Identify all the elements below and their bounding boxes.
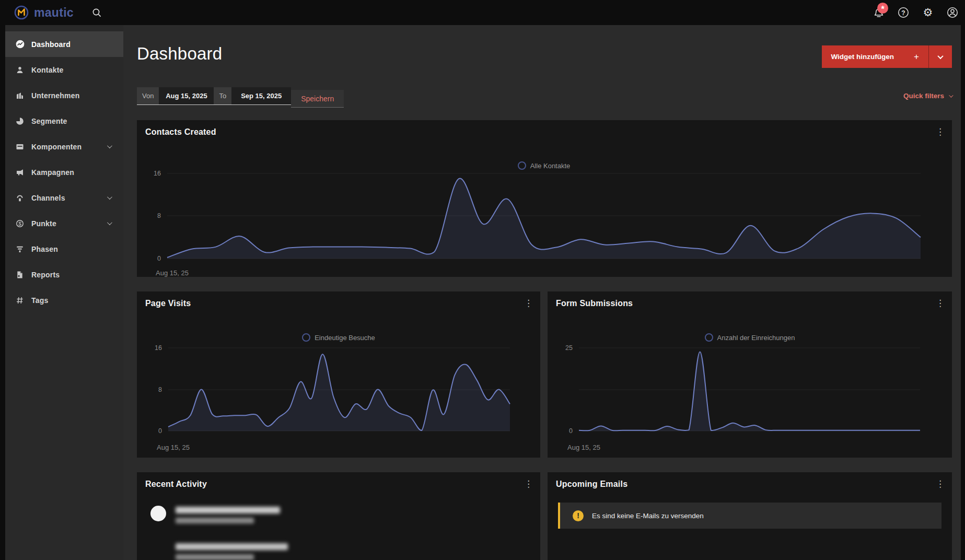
sidebar-item-reports[interactable]: Reports <box>5 262 123 287</box>
card-title: Contacts Created <box>145 127 216 137</box>
page-title: Dashboard <box>137 44 222 64</box>
right-edge-scroll-track[interactable] <box>961 25 965 560</box>
legend-label: Alle Kontakte <box>530 162 571 170</box>
chevron-down-icon <box>937 53 943 59</box>
chevron-down-icon <box>107 194 112 200</box>
points-icon <box>16 219 25 228</box>
sidebar-item-tags[interactable]: Tags <box>5 287 123 313</box>
chart-legend[interactable]: Anzahl der Einreichungen <box>579 333 921 342</box>
card-title: Page Visits <box>145 299 191 308</box>
top-bar: mautic * ? ⚙ <box>0 0 965 25</box>
sidebar-item-label: Segmente <box>31 117 67 125</box>
components-icon <box>16 142 25 151</box>
sidebar-item-segmente[interactable]: Segmente <box>5 108 123 134</box>
brand-text: mautic <box>34 6 74 20</box>
mautic-logo-icon <box>14 5 29 20</box>
notifications-bell-icon[interactable]: * <box>873 6 885 19</box>
chevron-down-icon <box>949 93 953 97</box>
card-title: Upcoming Emails <box>556 480 627 489</box>
quick-filters-button[interactable]: Quick filters <box>903 92 952 100</box>
account-avatar-icon[interactable] <box>946 6 959 19</box>
chevron-down-icon <box>107 143 112 148</box>
date-range-control: Von To <box>137 87 291 105</box>
sidebar-item-label: Channels <box>31 194 65 202</box>
sidebar-item-label: Punkte <box>31 219 56 228</box>
sidebar-item-label: Unternehmen <box>31 91 79 100</box>
x-axis-label: Aug 15, 25 <box>156 269 189 277</box>
sidebar-item-punkte[interactable]: Punkte <box>5 211 123 236</box>
sidebar-item-label: Phasen <box>31 245 58 253</box>
sidebar-item-label: Reports <box>31 271 60 279</box>
reports-icon <box>16 270 25 279</box>
chart-legend[interactable]: Eindeutige Besuche <box>168 333 509 342</box>
contacts-created-card: Contacts Created ⋮ Alle Kontakte 1680Aug… <box>137 120 952 277</box>
card-title: Recent Activity <box>145 480 207 489</box>
chevron-down-icon <box>107 220 112 225</box>
companies-icon <box>16 91 25 100</box>
help-icon[interactable]: ? <box>897 6 910 19</box>
svg-text:8: 8 <box>158 386 162 393</box>
alert-message: Es sind keine E-Mails zu versenden <box>592 512 704 520</box>
add-widget-button[interactable]: Widget hinzufügen + <box>822 45 952 68</box>
legend-marker-icon <box>518 161 526 170</box>
svg-text:16: 16 <box>155 344 162 352</box>
sidebar-item-unternehmen[interactable]: Unternehmen <box>5 83 123 108</box>
date-to-input[interactable] <box>231 87 291 104</box>
add-widget-main[interactable]: Widget hinzufügen + <box>822 45 928 68</box>
chart-legend[interactable]: Alle Kontakte <box>167 161 921 170</box>
sidebar: DashboardKontakteUnternehmenSegmenteKomp… <box>5 25 123 560</box>
settings-gear-icon[interactable]: ⚙ <box>922 6 934 19</box>
from-label: Von <box>137 87 159 104</box>
sidebar-item-channels[interactable]: Channels <box>5 185 123 211</box>
legend-marker-icon <box>302 333 310 342</box>
mautic-logo[interactable]: mautic <box>14 5 74 20</box>
contacts-icon <box>16 65 25 74</box>
blurred-activity-title <box>176 507 280 514</box>
upcoming-emails-card: Upcoming Emails ⋮ ! Es sind keine E-Mail… <box>548 472 952 560</box>
kebab-menu-icon[interactable]: ⋮ <box>936 480 945 488</box>
sidebar-item-komponenten[interactable]: Komponenten <box>5 134 123 159</box>
main-content: Dashboard Widget hinzufügen + Von To Spe… <box>123 25 961 560</box>
svg-text:?: ? <box>901 9 905 17</box>
save-button[interactable]: Speichern <box>291 90 344 108</box>
sidebar-item-kampagnen[interactable]: Kampagnen <box>5 159 123 185</box>
svg-text:0: 0 <box>569 427 573 435</box>
kebab-menu-icon[interactable]: ⋮ <box>936 127 945 136</box>
sidebar-item-label: Kontakte <box>31 66 64 74</box>
topbar-actions: * ? ⚙ <box>873 6 959 19</box>
sidebar-item-label: Kampagnen <box>31 168 74 177</box>
page-visits-chart: 1680Aug 15, 25 <box>137 291 540 458</box>
kebab-menu-icon[interactable]: ⋮ <box>524 480 533 488</box>
sidebar-item-phasen[interactable]: Phasen <box>5 236 123 262</box>
blurred-activity-title <box>176 543 288 550</box>
contacts-created-chart: 1680Aug 15, 25 <box>137 120 952 277</box>
date-from-input[interactable] <box>159 87 214 104</box>
add-widget-label: Widget hinzufügen <box>831 53 894 61</box>
blurred-activity-subtitle <box>176 554 254 560</box>
campaigns-icon <box>16 168 25 177</box>
blurred-activity-subtitle <box>176 518 254 523</box>
legend-label: Anzahl der Einreichungen <box>717 334 795 342</box>
stages-icon <box>16 244 25 253</box>
plus-icon: + <box>914 52 919 62</box>
recent-activity-card: Recent Activity ⋮ <box>137 472 540 560</box>
card-title: Form Submissions <box>556 299 633 308</box>
svg-text:0: 0 <box>157 255 161 262</box>
svg-text:16: 16 <box>154 170 161 177</box>
warning-icon: ! <box>573 510 584 521</box>
search-icon[interactable] <box>90 6 104 19</box>
sidebar-item-kontakte[interactable]: Kontakte <box>5 57 123 83</box>
kebab-menu-icon[interactable]: ⋮ <box>936 299 945 308</box>
legend-label: Eindeutige Besuche <box>315 334 375 342</box>
to-label: To <box>214 87 231 104</box>
add-widget-dropdown-button[interactable] <box>928 45 952 68</box>
x-axis-label: Aug 15, 25 <box>157 444 190 451</box>
sidebar-item-dashboard[interactable]: Dashboard <box>5 31 123 57</box>
notification-badge: * <box>877 3 888 14</box>
svg-text:25: 25 <box>565 344 573 352</box>
sidebar-item-label: Tags <box>31 296 48 305</box>
segments-icon <box>16 116 25 125</box>
kebab-menu-icon[interactable]: ⋮ <box>524 299 533 308</box>
form-submissions-card: Form Submissions ⋮ Anzahl der Einreichun… <box>548 291 952 458</box>
left-edge <box>0 25 5 560</box>
